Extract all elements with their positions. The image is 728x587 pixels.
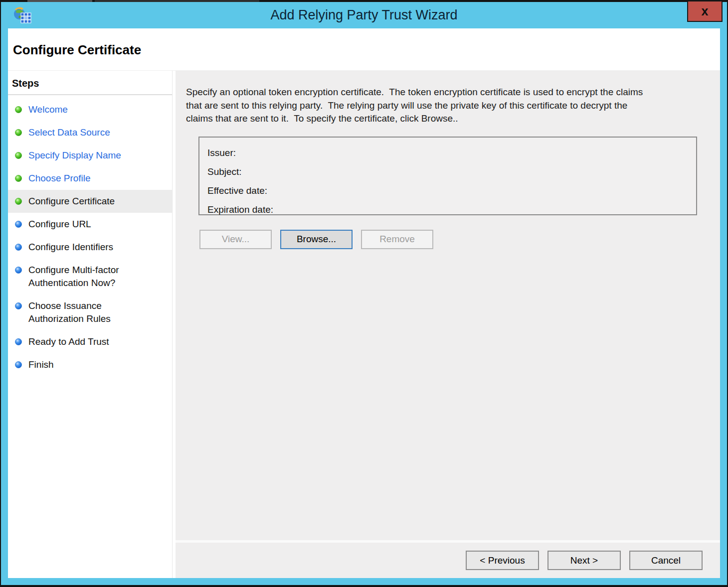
titlebar[interactable]: Add Relying Party Trust Wizard x	[1, 2, 727, 28]
step-label: Configure URL	[28, 218, 91, 231]
steps-list: WelcomeSelect Data SourceSpecify Display…	[8, 98, 172, 376]
step-label: Finish	[28, 358, 54, 371]
step-label: Welcome	[28, 103, 68, 116]
cert-field-label: Expiration date:	[207, 204, 273, 215]
next-button[interactable]: Next >	[547, 551, 621, 570]
step-label: Configure Certificate	[28, 195, 115, 208]
step-label: Configure Multi-factor Authentication No…	[28, 264, 144, 290]
browse-button[interactable]: Browse...	[280, 230, 353, 249]
step-item-configure-multi-factor-authentication-now: Configure Multi-factor Authentication No…	[8, 259, 172, 294]
step-item-finish: Finish	[8, 353, 172, 376]
step-label: Choose Issuance Authorization Rules	[28, 299, 144, 325]
cert-field-label: Issuer:	[207, 147, 236, 158]
view-button: View...	[199, 230, 272, 249]
wizard-dialog: Configure Certificate Steps WelcomeSelec…	[8, 28, 720, 578]
step-done-bullet-icon	[15, 152, 22, 159]
page-title: Configure Certificate	[8, 28, 720, 58]
main-panel: Specify an optional token encryption cer…	[173, 71, 720, 578]
step-item-select-data-source[interactable]: Select Data Source	[8, 121, 172, 144]
cert-field-issuer: Issuer:	[207, 144, 688, 162]
wizard-window: Add Relying Party Trust Wizard x Configu…	[1, 2, 727, 585]
step-item-choose-profile[interactable]: Choose Profile	[8, 167, 172, 190]
certificate-actions: View...Browse...Remove	[199, 230, 720, 249]
step-label: Specify Display Name	[28, 149, 121, 162]
step-item-welcome[interactable]: Welcome	[8, 98, 172, 121]
step-done-bullet-icon	[15, 198, 22, 205]
cert-field-label: Effective date:	[207, 185, 267, 196]
step-item-ready-to-add-trust: Ready to Add Trust	[8, 330, 172, 353]
step-pending-bullet-icon	[15, 244, 22, 251]
close-icon: x	[702, 5, 709, 17]
footer: < PreviousNext >Cancel	[176, 540, 720, 578]
adfs-wizard-icon	[13, 6, 32, 26]
desktop-background: Add Relying Party Trust Wizard x Configu…	[0, 0, 728, 587]
steps-divider	[8, 94, 172, 95]
step-item-choose-issuance-authorization-rules: Choose Issuance Authorization Rules	[8, 294, 172, 330]
step-pending-bullet-icon	[15, 221, 22, 228]
step-pending-bullet-icon	[15, 302, 22, 309]
certificate-info-box: Issuer:Subject:Effective date:Expiration…	[198, 137, 697, 215]
steps-panel-title: Steps	[8, 77, 172, 94]
page-header: Configure Certificate	[8, 28, 720, 70]
cert-field-subject: Subject:	[207, 162, 688, 181]
window-title: Add Relying Party Trust Wizard	[1, 2, 727, 28]
cert-field-label: Subject:	[207, 166, 242, 177]
step-item-configure-url: Configure URL	[8, 213, 172, 236]
step-label: Choose Profile	[28, 172, 91, 185]
step-label: Configure Identifiers	[28, 241, 113, 254]
step-pending-bullet-icon	[15, 267, 22, 274]
step-item-configure-certificate[interactable]: Configure Certificate	[8, 190, 172, 213]
step-pending-bullet-icon	[15, 361, 22, 368]
step-pending-bullet-icon	[15, 338, 22, 345]
step-label: Select Data Source	[28, 126, 110, 139]
step-done-bullet-icon	[15, 106, 22, 113]
previous-button[interactable]: < Previous	[466, 551, 539, 570]
cert-field-expiration-date: Expiration date:	[207, 200, 688, 219]
description-text: Specify an optional token encryption cer…	[176, 71, 654, 126]
steps-panel: Steps WelcomeSelect Data SourceSpecify D…	[8, 71, 173, 578]
step-done-bullet-icon	[15, 129, 22, 136]
remove-button: Remove	[361, 230, 433, 249]
close-button[interactable]: x	[687, 0, 723, 22]
step-item-specify-display-name[interactable]: Specify Display Name	[8, 144, 172, 167]
step-done-bullet-icon	[15, 175, 22, 182]
cancel-button[interactable]: Cancel	[629, 551, 703, 570]
cert-field-effective-date: Effective date:	[207, 181, 688, 200]
step-item-configure-identifiers: Configure Identifiers	[8, 236, 172, 259]
step-label: Ready to Add Trust	[28, 335, 109, 348]
